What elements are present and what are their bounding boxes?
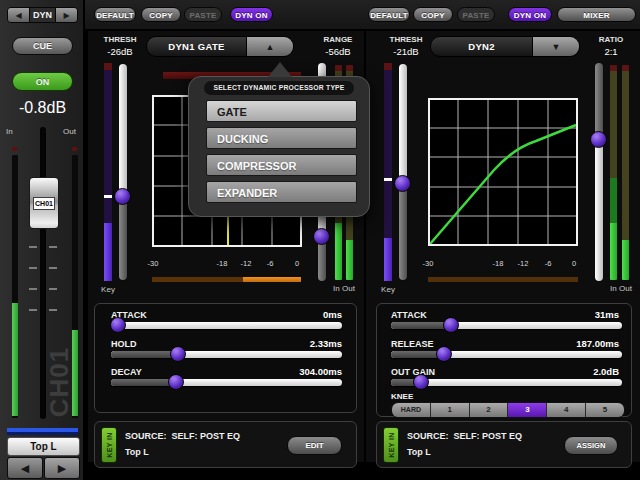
dyn1-thresh-slider[interactable] [119,64,127,280]
dyn2-copy-button[interactable]: COPY [413,7,453,22]
popup-item-gate[interactable]: GATE [206,100,357,122]
dyn1-thresh-knob[interactable] [114,188,131,205]
dyn1-decay-slider[interactable] [111,379,342,386]
dyn2-thresh-value: -21dB [382,46,430,57]
dyn1-on-button[interactable]: DYN ON [230,7,273,22]
dyn2-keyin-tag: KEY IN [383,427,399,463]
fader-knob[interactable]: CH01 [29,177,59,229]
popup-item-ducking[interactable]: DUCKING [206,127,357,149]
dyn2-tick--18: -18 [486,259,510,268]
dyn2-dropdown-arrow-icon[interactable]: ▼ [532,37,579,56]
dyn1-tick--6: -6 [258,259,282,268]
decay-label: DECAY [111,367,142,377]
dyn2-keyin-name: Top L [407,447,431,457]
popup-item-expander[interactable]: EXPANDER [206,181,357,203]
dyn2-attack-slider[interactable] [391,322,622,329]
dyn2-type-label: DYN2 COMPRESSOR [431,37,532,56]
dyn1-sliders-box: ATTACK 0ms HOLD 2.33ms DECAY 304.00ms [94,303,357,413]
dyn2-thresh-slider[interactable] [399,64,407,280]
knee-label: KNEE [391,392,413,401]
fader-knob-label: CH01 [33,197,55,210]
dyn2-panel: THRESH -21dB DYN2 COMPRESSOR ▼ RATIO 2:1… [366,31,640,462]
in-clip-indicator [12,147,17,151]
dyn1-paste-button: PASTE [184,7,222,22]
dynamics-screen: DEFAULT COPY PASTE DYN ON DEFAULT COPY P… [0,0,640,480]
fader-level-readout: -0.8dB [0,99,85,117]
dyn1-default-button[interactable]: DEFAULT [94,7,136,22]
dyn2-ratio-label: RATIO [590,35,632,44]
knee-selector: HARD 1 2 3 4 5 [391,402,625,418]
strip-in-label: In [6,127,13,136]
dyn2-thresh-label: THRESH [382,35,430,44]
dyn2-ratio-value: 2:1 [590,46,632,57]
knee-4-button[interactable]: 4 [547,403,586,417]
dyn1-key-level-bar-low [152,277,243,282]
dyn1-range-knob[interactable] [313,228,330,245]
dyn2-tick--30: -30 [416,259,440,268]
dyn1-tick--30: -30 [141,259,165,268]
dyn2-sliders-box: ATTACK 31ms RELEASE 187.00ms OUT GAIN 2.… [376,303,632,417]
dyn2-outgain-slider[interactable] [391,379,622,386]
dyn1-tick-0: 0 [285,259,309,268]
dyn2-keyin-assign-button[interactable]: ASSIGN [564,436,618,455]
dyn2-ratio-knob[interactable] [590,131,607,148]
dyn1-hold-slider[interactable] [111,351,342,358]
outgain-label: OUT GAIN [391,367,435,377]
channel-id-watermark: CH01 [44,347,75,417]
knee-3-button[interactable]: 3 [508,403,547,417]
next-channel-button[interactable]: ▶ [44,457,80,479]
mixer-button[interactable]: MIXER [557,7,636,22]
dyn1-thresh-label: THRESH [96,35,144,44]
dyn1-thresh-value: -26dB [96,46,144,57]
dyn2-key-level-bar [428,277,578,282]
dyn1-type-dropdown[interactable]: DYN1 GATE ▲ [146,36,294,57]
decay-value: 304.00ms [299,366,342,377]
processor-type-popup: SELECT DYNAMIC PROCESSOR TYPE GATE DUCKI… [188,76,370,217]
attack-value: 0ms [323,309,342,320]
dyn1-range-value: -56dB [315,46,361,57]
dyn1-key-meter [104,63,112,281]
dyn1-type-label: DYN1 GATE [147,37,246,56]
hold-value: 2.33ms [310,338,342,349]
cue-button[interactable]: CUE [12,37,73,55]
knee-1-button[interactable]: 1 [431,403,470,417]
dyn1-key-level-bar-high [243,277,301,282]
dyn1-keyin-source: SOURCE: SELF: POST EQ [125,431,240,441]
dyn2-default-button[interactable]: DEFAULT [368,7,410,22]
prev-processor-button[interactable]: ◀ [8,8,29,22]
knee-hard-button[interactable]: HARD [392,403,431,417]
popup-item-compressor[interactable]: COMPRESSOR [206,154,357,176]
dyn2-type-dropdown[interactable]: DYN2 COMPRESSOR ▼ [430,36,580,57]
dyn2-tick--12: -12 [511,259,535,268]
dyn1-attack-slider[interactable] [111,322,342,329]
dyn2-tick-0: 0 [562,259,586,268]
dyn2-in-meter [610,65,617,280]
dyn2-on-button[interactable]: DYN ON [508,7,552,22]
dyn2-ratio-slider[interactable] [595,63,603,281]
attack2-label: ATTACK [391,310,427,320]
prev-channel-button[interactable]: ◀ [7,457,43,479]
dyn2-key-meter [384,63,392,281]
next-processor-button[interactable]: ▶ [56,8,77,22]
dyn1-tick--12: -12 [234,259,258,268]
dyn2-thresh-knob[interactable] [394,175,411,192]
dyn2-release-slider[interactable] [391,351,622,358]
channel-strip: ◀ DYN ▶ CUE ON -0.8dB In Out CH01 CH01 T… [0,0,85,480]
popup-pointer-icon [268,62,292,77]
dyn1-dropdown-arrow-icon[interactable]: ▲ [246,37,293,56]
on-button[interactable]: ON [12,72,73,91]
knee-2-button[interactable]: 2 [470,403,509,417]
dyn2-tick--6: -6 [536,259,560,268]
popup-title: SELECT DYNAMIC PROCESSOR TYPE [204,81,354,95]
dyn2-compressor-graph [428,98,578,246]
dyn1-range-label: RANGE [315,35,361,44]
dyn1-copy-button[interactable]: COPY [141,7,181,22]
channel-color-bar-shade [7,432,78,435]
dyn1-tick--18: -18 [210,259,234,268]
channel-name-button[interactable]: Top L [7,437,80,456]
hold-label: HOLD [111,339,137,349]
knee-5-button[interactable]: 5 [586,403,624,417]
dyn1-keyin-edit-button[interactable]: EDIT [287,436,342,455]
release-value: 187.00ms [576,338,619,349]
outgain-value: 2.0dB [593,366,619,377]
